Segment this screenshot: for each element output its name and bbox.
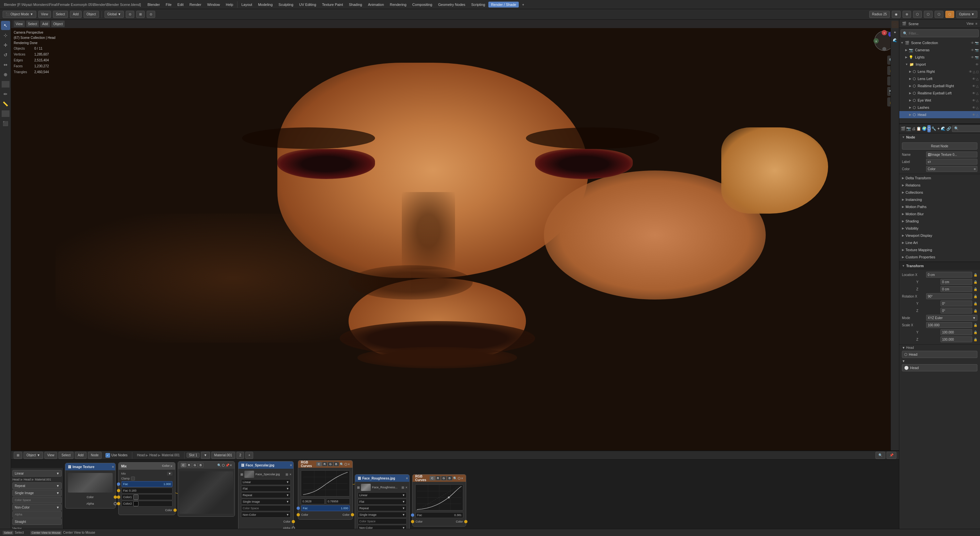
node-color-field[interactable]: Color ≡ bbox=[926, 166, 977, 172]
node-mode-btn[interactable]: Object ▼ bbox=[24, 452, 43, 459]
outliner-eyeball-right[interactable]: ▶ ⬡ Realtime Eyeball Right 👁 △ bbox=[899, 82, 980, 89]
import-vis[interactable]: 👁 bbox=[975, 63, 979, 66]
user-count-btn[interactable]: 2 bbox=[237, 452, 244, 459]
specular-projection-dropdown[interactable]: Flat ▼ bbox=[241, 486, 291, 491]
proportional-edit-btn[interactable]: ⊙ bbox=[147, 11, 155, 18]
tool-rotate[interactable]: ↺ bbox=[1, 50, 10, 59]
tool-annotate[interactable]: ✏ bbox=[1, 89, 10, 99]
c2-b[interactable]: B bbox=[447, 476, 452, 480]
prop-physics-icon[interactable]: 🌊 bbox=[941, 125, 946, 132]
curves1-zoom[interactable]: 🔍 bbox=[340, 463, 344, 466]
viewport-shading-rendered[interactable]: ⬡ bbox=[945, 11, 954, 18]
location-z-lock[interactable]: 🔒 bbox=[974, 288, 977, 291]
new-mat-btn[interactable]: + bbox=[245, 452, 253, 459]
roughness-source[interactable]: Single Image ▼ bbox=[358, 512, 407, 518]
socket-color2-in[interactable] bbox=[117, 496, 120, 499]
rgb-b[interactable]: B bbox=[198, 463, 204, 468]
node-section-header[interactable]: ▼ Node bbox=[899, 133, 980, 141]
slot-indicator[interactable]: Slot 1 bbox=[186, 453, 200, 458]
socket-color-out-dot[interactable] bbox=[114, 496, 117, 499]
c1-c[interactable]: C bbox=[316, 462, 322, 466]
location-z-field[interactable]: 0 cm bbox=[940, 286, 972, 292]
rotation-z-field[interactable]: 0° bbox=[940, 308, 972, 313]
socket-alpha-out-dot[interactable] bbox=[114, 502, 117, 505]
interpolation-field[interactable]: Linear ▼ bbox=[13, 470, 62, 477]
add-btn[interactable]: Add bbox=[70, 11, 82, 18]
slot-browse-btn[interactable]: ▼ bbox=[201, 452, 210, 459]
outliner-eye-wet[interactable]: ▶ ⬡ Eye Wet 👁 △ bbox=[899, 97, 980, 104]
color1-swatch-box[interactable] bbox=[133, 495, 138, 500]
transform-header[interactable]: ▼ Transform bbox=[899, 262, 980, 270]
specular-source-dropdown[interactable]: Single Image ▼ bbox=[241, 499, 291, 505]
instancing-header[interactable]: ▶ Instancing bbox=[899, 196, 980, 203]
outliner-search-input[interactable] bbox=[909, 32, 977, 35]
menu-file[interactable]: File bbox=[163, 2, 174, 8]
node-add-btn[interactable]: Add bbox=[75, 452, 87, 459]
prop-object-icon[interactable]: ⬡ bbox=[928, 125, 931, 132]
tool-transform[interactable]: ⊕ bbox=[1, 70, 10, 79]
curves2-fac-in[interactable] bbox=[411, 514, 414, 517]
lens-left-vis[interactable]: 👁 bbox=[972, 77, 975, 81]
shading-header[interactable]: ▶ Shading bbox=[899, 218, 980, 224]
menu-help[interactable]: Help bbox=[223, 2, 236, 8]
rgb-r[interactable]: R bbox=[186, 463, 192, 468]
lens-left-icon2[interactable]: △ bbox=[976, 77, 979, 81]
curves1-val2[interactable]: 0.78958 bbox=[326, 498, 350, 504]
curves2-color-in-dot[interactable] bbox=[411, 520, 414, 523]
color1-field[interactable]: Fac 0.183 bbox=[121, 488, 172, 493]
node-editor-icon[interactable]: ⊞ bbox=[14, 452, 22, 459]
roughness-unlink[interactable]: × bbox=[406, 486, 407, 489]
scale-z-field[interactable]: 100.000 bbox=[940, 336, 972, 342]
prop-render-icon[interactable]: 📷 bbox=[906, 125, 911, 132]
scale-y-field[interactable]: 100.000 bbox=[940, 329, 972, 335]
outliner-lens-right[interactable]: ▶ ⬡ Lens Right 👁 △ ◻ bbox=[899, 68, 980, 75]
menu-sculpting[interactable]: Sculpting bbox=[276, 2, 296, 8]
object-btn[interactable]: Object bbox=[84, 11, 99, 18]
outliner-search[interactable]: 🔍 bbox=[900, 29, 979, 37]
location-x-field[interactable]: 0 cm bbox=[926, 272, 972, 278]
color-space-field[interactable]: Non-Color ▼ bbox=[13, 504, 62, 511]
node-node-btn[interactable]: Node bbox=[88, 452, 102, 459]
tool-move[interactable]: ✛ bbox=[1, 40, 10, 50]
motion-blur-header[interactable]: ▶ Motion Blur bbox=[899, 211, 980, 217]
color1-swatch[interactable]: Color1 bbox=[121, 494, 172, 500]
viewport-object-btn[interactable]: Object bbox=[51, 21, 65, 27]
lens-right-icon3[interactable]: ◻ bbox=[976, 70, 979, 73]
c1-b[interactable]: B bbox=[334, 462, 339, 466]
snapping-btn[interactable]: ⊞ bbox=[136, 11, 145, 18]
render-icon[interactable]: 📷 bbox=[975, 41, 979, 45]
material-name-field[interactable]: ⚪ Head bbox=[902, 364, 977, 371]
lights-vis[interactable]: 👁 bbox=[971, 56, 974, 59]
rgb-g[interactable]: G bbox=[192, 463, 197, 468]
menu-geometry-nodes[interactable]: Geometry Nodes bbox=[436, 2, 468, 8]
node-view-btn[interactable]: View bbox=[45, 452, 57, 459]
tool-scale[interactable]: ⇔ bbox=[1, 60, 10, 69]
prop-view-layer-icon[interactable]: 📋 bbox=[916, 125, 921, 132]
specular-interp-dropdown[interactable]: Linear ▼ bbox=[241, 479, 291, 485]
node-name-field[interactable]: 🖼 Image Texture 0... bbox=[926, 151, 977, 157]
prop-world-icon[interactable]: 🌍 bbox=[922, 125, 927, 132]
texture-mapping-header[interactable]: ▶ Texture Mapping bbox=[899, 247, 980, 253]
outliner-view-btn[interactable]: View bbox=[967, 22, 974, 25]
viewport-select-btn[interactable]: Select bbox=[26, 21, 39, 27]
preview-close[interactable]: × bbox=[230, 463, 232, 467]
curves2-zoom[interactable]: 🔍 bbox=[453, 477, 457, 480]
curves1-color-out-dot[interactable] bbox=[351, 513, 354, 516]
viewport-view-btn[interactable]: View bbox=[14, 21, 25, 27]
props-tab-physics[interactable]: 🌊 bbox=[891, 37, 899, 44]
motion-paths-header[interactable]: ▶ Motion Paths bbox=[899, 204, 980, 210]
color2-swatch[interactable]: Color2 bbox=[121, 501, 172, 507]
c2-r[interactable]: R bbox=[436, 476, 441, 480]
c1-r[interactable]: R bbox=[322, 462, 328, 466]
specular-color-out-dot[interactable] bbox=[292, 520, 295, 523]
outliner-lens-left[interactable]: ▶ ⬡ Lens Left 👁 △ bbox=[899, 75, 980, 82]
menu-edit[interactable]: Edit bbox=[175, 2, 186, 8]
roughness-extension[interactable]: Repeat ▼ bbox=[358, 505, 407, 511]
outliner-cameras[interactable]: ▶ 📷 Cameras 👁 📷 bbox=[899, 46, 980, 54]
alpha-field[interactable]: Straight bbox=[13, 519, 62, 525]
roughness-close[interactable]: × bbox=[406, 476, 408, 480]
viewport-add-btn[interactable]: Add bbox=[40, 21, 50, 27]
outliner-lashes[interactable]: ▶ ⬡ Lashes 👁 △ bbox=[899, 104, 980, 111]
prop-scene-icon[interactable]: 🎬 bbox=[900, 125, 905, 132]
socket-color1-in[interactable] bbox=[117, 489, 120, 492]
